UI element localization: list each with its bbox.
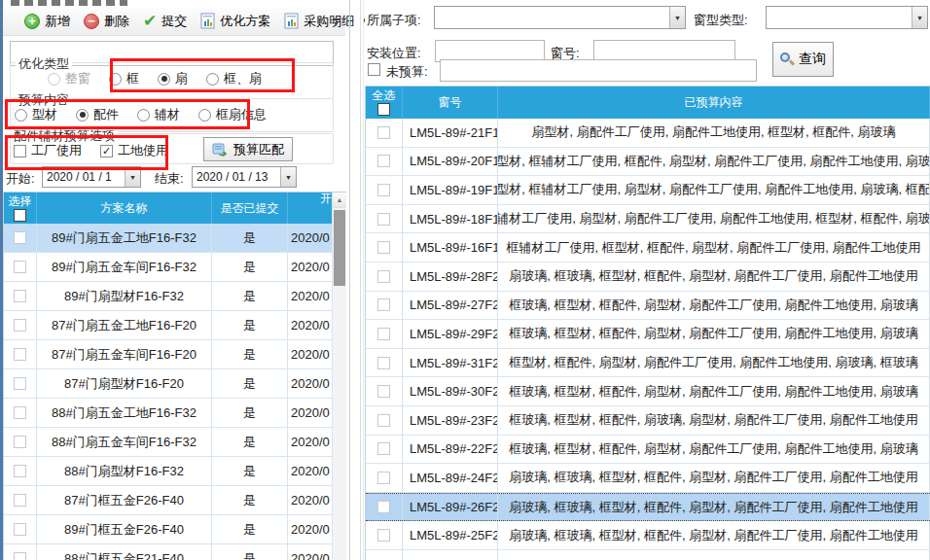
row-checkbox[interactable] <box>377 155 390 167</box>
budget-table-row[interactable]: LM5L-89#-24F22扇玻璃, 框玻璃, 框型材, 框配件, 扇型材, 扇… <box>366 464 930 493</box>
row-checkbox[interactable] <box>14 348 26 361</box>
budget-table-row[interactable]: LM5L-89#-31F29框型材, 框配件, 扇型材, 扇配件工厂使用, 扇配… <box>366 349 930 378</box>
row-select-cell <box>4 399 37 427</box>
row-select-cell <box>366 119 403 147</box>
budget-table-row[interactable]: LM5L-89#-18F16框辅材工厂使用, 扇型材, 扇配件工厂使用, 扇配件… <box>366 205 930 234</box>
row-checkbox[interactable] <box>14 494 26 507</box>
checkbox-option[interactable]: ✓工地使用 <box>100 142 168 159</box>
radio-option[interactable]: 框 <box>109 70 139 88</box>
sub-item-combobox[interactable]: ▼ <box>434 6 686 29</box>
select-all-checkbox[interactable] <box>377 103 390 116</box>
plan-table-row[interactable]: 88#门框五金F21-F40是2020/0 <box>4 544 346 560</box>
radio-option[interactable]: 扇 <box>158 70 188 88</box>
plan-name-column-header[interactable]: 方案名称 <box>37 192 212 224</box>
query-button[interactable]: 查询 <box>772 42 834 77</box>
row-checkbox[interactable] <box>377 442 390 455</box>
row-checkbox[interactable] <box>377 472 390 484</box>
plan-table-row[interactable]: 88#门扇五金车间F16-F32是2020/0 <box>4 428 346 457</box>
checkbox-option[interactable]: 工厂使用 <box>14 142 82 159</box>
row-checkbox[interactable] <box>377 414 390 427</box>
budget-table-row[interactable]: LM5L-89#-23F21框玻璃, 框型材, 框配件, 扇玻璃, 扇型材, 扇… <box>366 406 930 436</box>
budget-table-row[interactable]: LM5L-89#-29F27框玻璃, 框型材, 框配件, 扇型材, 扇配件工厂使… <box>366 320 930 349</box>
budget-match-button[interactable]: 预算匹配 <box>203 137 293 161</box>
plan-table-row[interactable]: 88#门扇型材F16-F32是2020/0 <box>4 457 346 486</box>
right-panel: 所属子项: ▼ 窗型类型: ▼ 安装位置: 窗号: 未预算: 查询 全选 窗号 … <box>365 0 930 560</box>
no-budget-checkbox[interactable] <box>368 63 380 76</box>
row-checkbox[interactable] <box>377 501 390 513</box>
sub-item-dropdown-button[interactable]: ▼ <box>669 7 685 28</box>
minus-icon: − <box>84 14 99 29</box>
row-checkbox[interactable] <box>14 523 26 536</box>
end-date-dropdown-button[interactable]: ▼ <box>280 167 296 187</box>
row-checkbox[interactable] <box>14 319 26 332</box>
budget-table-row[interactable]: LM5L-89#-21F19扇型材, 扇配件工厂使用, 扇配件工地使用, 框型材… <box>366 119 930 148</box>
row-checkbox[interactable] <box>14 436 26 448</box>
row-checkbox[interactable] <box>14 377 26 390</box>
plan-table-row[interactable]: 87#门框五金F26-F40是2020/0 <box>4 486 346 515</box>
plan-table-scrollbar[interactable]: ▲ <box>332 192 346 560</box>
optimize-plan-button[interactable]: 优化方案 <box>195 10 276 33</box>
row-checkbox[interactable] <box>377 270 390 283</box>
budget-content-cell: 框型材, 框配件, 扇型材, 扇配件工厂使用, 扇配件工地使用, 扇玻璃, 框玻… <box>498 349 930 377</box>
radio-option[interactable]: 辅材 <box>137 106 180 123</box>
panel-splitter[interactable] <box>360 0 361 560</box>
row-checkbox[interactable] <box>377 241 390 254</box>
plan-table-row[interactable]: 87#门扇五金工地F16-F20是2020/0 <box>4 311 346 340</box>
budget-content-cell: 扇玻璃, 框玻璃, 框型材, 框配件, 扇型材, 扇配件工厂使用, 扇配件工地使… <box>498 262 930 291</box>
budget-table-row[interactable]: LM5L-89#-22F20框玻璃, 框型材, 框配件, 扇型材, 扇配件工厂使… <box>366 436 930 465</box>
plan-table-row[interactable]: 87#门扇五金车间F16-F20是2020/0 <box>4 340 346 369</box>
row-select-cell <box>4 428 37 456</box>
window-type-dropdown-button[interactable]: ▼ <box>912 7 927 28</box>
search-icon <box>780 52 794 66</box>
end-date-picker[interactable]: 2020 / 01 / 13 ▼ <box>192 166 297 188</box>
select-all-checkbox[interactable] <box>14 209 26 222</box>
add-button[interactable]: + 新增 <box>18 10 76 33</box>
radio-option[interactable]: 型材 <box>15 106 57 123</box>
window-type-combobox[interactable]: ▼ <box>766 6 928 29</box>
row-checkbox[interactable] <box>377 529 390 542</box>
plan-table-row[interactable]: 87#门扇型材F16-F20是2020/0 <box>4 369 346 399</box>
row-checkbox[interactable] <box>377 184 390 196</box>
row-checkbox[interactable] <box>14 406 26 419</box>
row-checkbox[interactable] <box>377 357 390 369</box>
row-checkbox[interactable] <box>377 298 390 311</box>
budget-table-row[interactable]: LM5L-89#-27F25框玻璃, 框型材, 框配件, 扇型材, 扇配件工厂使… <box>366 292 930 321</box>
start-date-dropdown-button[interactable]: ▼ <box>125 167 140 187</box>
plan-table-row[interactable]: 88#门扇五金工地F16-F32是2020/0 <box>4 399 346 428</box>
scrollbar-thumb[interactable] <box>334 210 345 286</box>
row-checkbox[interactable] <box>14 261 26 273</box>
window-no-column-header[interactable]: 窗号 <box>403 87 498 119</box>
budget-table-row[interactable]: LM5L-89#-30F28框玻璃, 框型材, 框配件, 扇型材, 扇配件工厂使… <box>366 377 930 406</box>
submit-button[interactable]: ✔ 提交 <box>137 10 193 33</box>
budget-content-column-header[interactable]: 已预算内容 <box>498 87 930 119</box>
budget-table-row[interactable]: LM5L-89#-20F18框型材, 框辅材工厂使用, 框配件, 扇型材, 扇配… <box>366 148 930 177</box>
plan-table-row[interactable]: 89#门扇型材F16-F32是2020/0 <box>4 282 346 311</box>
plan-table-row[interactable]: 89#门框五金F26-F40是2020/0 <box>4 515 346 544</box>
toolbar-overflow-button[interactable]: ▼ <box>329 12 343 33</box>
row-checkbox[interactable] <box>14 465 26 477</box>
submitted-column-header[interactable]: 是否已提交 <box>212 192 288 224</box>
radio-option[interactable]: 框扇信息 <box>198 106 267 123</box>
scroll-up-icon[interactable]: ▲ <box>333 192 346 208</box>
row-checkbox[interactable] <box>14 290 26 302</box>
radio-option[interactable]: 配件 <box>76 106 119 123</box>
row-checkbox[interactable] <box>377 213 390 226</box>
budget-table-row[interactable]: LM5L-89#-26F24扇玻璃, 框玻璃, 框型材, 框配件, 扇型材, 扇… <box>366 493 930 522</box>
radio-option[interactable]: 框、扇 <box>206 70 262 88</box>
row-checkbox[interactable] <box>377 328 390 340</box>
accessory-options-checkboxes: 工厂使用✓工地使用 <box>14 142 187 159</box>
plan-table-row[interactable]: 89#门扇五金工地F16-F32是2020/0 <box>4 224 346 253</box>
budget-table-row[interactable]: LM5L-89#-16F15框辅材工厂使用, 框型材, 框配件, 扇型材, 扇配… <box>366 233 930 262</box>
end-date-value: 2020 / 01 / 13 <box>193 170 280 184</box>
delete-button[interactable]: − 删除 <box>78 10 135 33</box>
plan-table-row[interactable]: 89#门扇五金车间F16-F32是2020/0 <box>4 253 346 282</box>
budget-table-row[interactable]: LM5L-89#-19F17框型材, 框辅材工厂使用, 扇型材, 扇配件工厂使用… <box>366 176 930 205</box>
row-checkbox[interactable] <box>14 552 26 560</box>
row-checkbox[interactable] <box>377 385 390 398</box>
row-checkbox[interactable] <box>14 231 26 244</box>
row-checkbox[interactable] <box>377 126 390 139</box>
start-date-picker[interactable]: 2020 / 01 / 1 ▼ <box>42 166 141 188</box>
budget-table-row[interactable]: LM5L-89#-28F26扇玻璃, 框玻璃, 框型材, 框配件, 扇型材, 扇… <box>366 262 930 292</box>
budget-table-row[interactable]: LM5L-89#-25F23扇玻璃, 框玻璃, 框型材, 框配件, 扇型材, 扇… <box>366 521 930 550</box>
no-budget-input[interactable] <box>440 59 757 82</box>
